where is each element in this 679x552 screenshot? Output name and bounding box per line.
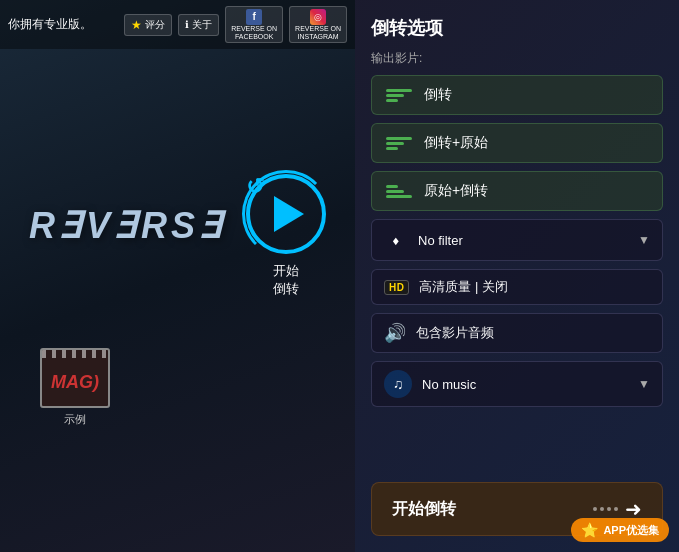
filter-select[interactable]: No filter [418, 233, 628, 248]
speaker-icon: 🔊 [384, 322, 406, 344]
audio-row[interactable]: 🔊 包含影片音频 [371, 313, 663, 353]
hd-text: 高清质量 | 关闭 [419, 278, 650, 296]
option-original-reverse-label: 原始+倒转 [424, 182, 650, 200]
rate-label: 评分 [145, 18, 165, 32]
audio-text: 包含影片音频 [416, 324, 650, 342]
app-logo: RƎVƎRSƎ [29, 205, 226, 247]
about-button[interactable]: ℹ 关于 [178, 14, 219, 36]
start-reverse-label: 开始 倒转 [273, 262, 299, 298]
panel-content: 倒转选项 输出影片: 倒转 倒转+原始 [355, 0, 679, 552]
output-label: 输出影片: [371, 50, 663, 67]
dot-1 [593, 507, 597, 511]
info-icon: ℹ [185, 19, 189, 30]
dot-2 [600, 507, 604, 511]
facebook-button[interactable]: f REVERSE ONFACEBOOK [225, 6, 283, 43]
music-dropdown-arrow: ▼ [638, 377, 650, 391]
reverse-original-icon [384, 132, 414, 154]
example-thumbnail[interactable]: MAG) 示例 [40, 348, 110, 427]
left-panel: 你拥有专业版。 ★ 评分 ℹ 关于 f REVERSE ONFACEBOOK ◎… [0, 0, 355, 552]
star-icon: ★ [131, 18, 142, 32]
reverse-icon [384, 84, 414, 106]
dot-4 [614, 507, 618, 511]
hd-row: HD 高清质量 | 关闭 [371, 269, 663, 305]
option-reverse-original[interactable]: 倒转+原始 [371, 123, 663, 163]
instagram-icon: ◎ [310, 9, 326, 25]
dot-3 [607, 507, 611, 511]
music-icon: ♫ [384, 370, 412, 398]
facebook-label: REVERSE ONFACEBOOK [231, 25, 277, 40]
watermark: ⭐ APP优选集 [571, 518, 669, 542]
back-arrow-icon: ↺ [246, 174, 264, 200]
original-reverse-icon [384, 180, 414, 202]
right-panel: 倒转选项 输出影片: 倒转 倒转+原始 [355, 0, 679, 552]
option-reverse[interactable]: 倒转 [371, 75, 663, 115]
panel-title: 倒转选项 [371, 16, 663, 40]
promo-text: 你拥有专业版。 [8, 16, 118, 33]
thumb-image: MAG) [40, 348, 110, 408]
rate-button[interactable]: ★ 评分 [124, 14, 172, 36]
play-button[interactable]: ↺ [246, 174, 326, 254]
thumb-label: MAG) [51, 372, 99, 393]
filter-row[interactable]: ⬧ No filter ▼ [371, 219, 663, 261]
filter-icon: ⬧ [384, 228, 408, 252]
example-label: 示例 [64, 412, 86, 427]
about-label: 关于 [192, 18, 212, 32]
start-btn-text: 开始倒转 [392, 499, 456, 520]
hd-badge: HD [384, 280, 409, 295]
reverse-text: 倒转 [273, 280, 299, 298]
filter-dropdown-arrow: ▼ [638, 233, 650, 247]
music-row[interactable]: ♫ No music ▼ [371, 361, 663, 407]
start-text: 开始 [273, 262, 299, 280]
watermark-text: APP优选集 [603, 523, 659, 538]
watermark-icon: ⭐ [581, 522, 598, 538]
music-select[interactable]: No music [422, 377, 628, 392]
main-content: RƎVƎRSƎ ↺ 开始 倒转 MAG) 示例 [0, 49, 355, 552]
film-strip-top [42, 350, 108, 358]
option-reverse-label: 倒转 [424, 86, 650, 104]
top-bar: 你拥有专业版。 ★ 评分 ℹ 关于 f REVERSE ONFACEBOOK ◎… [0, 0, 355, 49]
play-icon [274, 196, 304, 232]
instagram-label: REVERSE ONINSTAGRAM [295, 25, 341, 40]
option-original-reverse[interactable]: 原始+倒转 [371, 171, 663, 211]
option-reverse-original-label: 倒转+原始 [424, 134, 650, 152]
facebook-icon: f [246, 9, 262, 25]
instagram-button[interactable]: ◎ REVERSE ONINSTAGRAM [289, 6, 347, 43]
play-button-container: ↺ 开始 倒转 [246, 174, 326, 298]
